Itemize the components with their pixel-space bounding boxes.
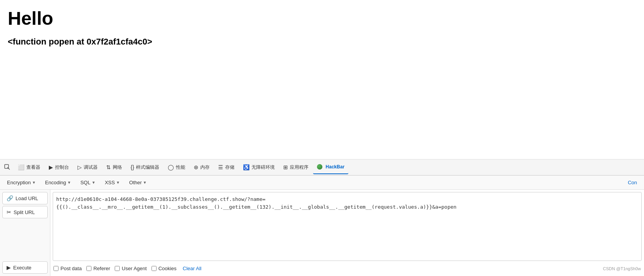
encryption-arrow-icon: ▼ bbox=[32, 180, 36, 185]
page-subtitle: <function popen at 0x7f2af1cfa4c0> bbox=[8, 37, 636, 47]
tab-network[interactable]: ⇅ 网络 bbox=[102, 160, 126, 174]
tab-memory[interactable]: ⊛ 内存 bbox=[190, 160, 214, 174]
style-editor-icon: {} bbox=[131, 164, 134, 170]
post-data-checkbox-label[interactable]: Post data bbox=[53, 266, 82, 271]
menu-sql[interactable]: SQL ▼ bbox=[76, 178, 99, 187]
app-icon: ⊞ bbox=[283, 164, 288, 170]
sql-arrow-icon: ▼ bbox=[91, 180, 95, 185]
cookies-checkbox-label[interactable]: Cookies bbox=[152, 266, 177, 271]
execute-button[interactable]: ▶ Execute bbox=[2, 261, 48, 274]
xss-arrow-icon: ▼ bbox=[116, 180, 120, 185]
main-content: Hello <function popen at 0x7f2af1cfa4c0> bbox=[0, 0, 644, 163]
hackbar-sidebar: 🔗 Load URL ✂ Split URL ▶ Execute bbox=[0, 190, 50, 276]
con-label: Con bbox=[624, 178, 641, 187]
cookies-checkbox[interactable] bbox=[152, 266, 157, 271]
hackbar-bottom: Post data Referer User Agent Cookies Cle… bbox=[53, 263, 642, 274]
menu-encryption[interactable]: Encryption ▼ bbox=[3, 178, 40, 187]
tab-performance[interactable]: ◯ 性能 bbox=[164, 160, 189, 174]
user-agent-checkbox[interactable] bbox=[115, 266, 120, 271]
menu-other[interactable]: Other ▼ bbox=[125, 178, 150, 187]
storage-icon: ☰ bbox=[218, 164, 223, 170]
tab-inspector[interactable]: ⬜ 查看器 bbox=[14, 160, 44, 174]
tab-app[interactable]: ⊞ 应用程序 bbox=[279, 160, 312, 174]
tab-hackbar[interactable]: HackBar bbox=[313, 160, 348, 174]
devtools-toolbar: ⬜ 查看器 ▶ 控制台 ▷ 调试器 ⇅ 网络 {} 样式编辑器 ◯ 性能 ⊛ 内… bbox=[0, 159, 644, 175]
memory-icon: ⊛ bbox=[194, 164, 198, 170]
referer-checkbox[interactable] bbox=[86, 266, 91, 271]
split-url-icon: ✂ bbox=[7, 209, 11, 215]
hackbar-body: 🔗 Load URL ✂ Split URL ▶ Execute Post da… bbox=[0, 190, 644, 276]
inspect-button[interactable] bbox=[2, 161, 13, 173]
tab-style-editor[interactable]: {} 样式编辑器 bbox=[127, 160, 163, 174]
load-url-button[interactable]: 🔗 Load URL bbox=[2, 192, 48, 204]
page-title: Hello bbox=[8, 8, 636, 29]
debugger-icon: ▷ bbox=[77, 164, 82, 170]
inspector-icon: ⬜ bbox=[18, 164, 24, 170]
accessibility-icon: ♿ bbox=[243, 164, 250, 170]
load-url-icon: 🔗 bbox=[7, 195, 13, 201]
url-input[interactable] bbox=[53, 192, 642, 261]
hackbar-dot-icon bbox=[317, 164, 322, 170]
user-agent-checkbox-label[interactable]: User Agent bbox=[115, 266, 146, 271]
encoding-arrow-icon: ▼ bbox=[67, 180, 71, 185]
network-icon: ⇅ bbox=[106, 164, 111, 170]
hackbar-section: Encryption ▼ Encoding ▼ SQL ▼ XSS ▼ Othe… bbox=[0, 175, 644, 276]
performance-icon: ◯ bbox=[168, 164, 174, 170]
post-data-checkbox[interactable] bbox=[53, 266, 59, 271]
execute-icon: ▶ bbox=[7, 264, 11, 271]
clear-all-button[interactable]: Clear All bbox=[181, 265, 203, 272]
split-url-button[interactable]: ✂ Split URL bbox=[2, 206, 48, 218]
other-arrow-icon: ▼ bbox=[143, 180, 147, 185]
tab-console[interactable]: ▶ 控制台 bbox=[45, 160, 73, 174]
tab-accessibility[interactable]: ♿ 无障碍环境 bbox=[239, 160, 279, 174]
menu-encoding[interactable]: Encoding ▼ bbox=[41, 178, 75, 187]
tab-storage[interactable]: ☰ 存储 bbox=[214, 160, 238, 174]
referer-checkbox-label[interactable]: Referer bbox=[86, 266, 110, 271]
tab-debugger[interactable]: ▷ 调试器 bbox=[74, 160, 102, 174]
hackbar-menu: Encryption ▼ Encoding ▼ SQL ▼ XSS ▼ Othe… bbox=[0, 176, 644, 190]
menu-xss[interactable]: XSS ▼ bbox=[101, 178, 124, 187]
csdn-watermark: CSDN @T1ngSh0w bbox=[603, 266, 641, 271]
hackbar-content: Post data Referer User Agent Cookies Cle… bbox=[50, 190, 644, 276]
console-icon: ▶ bbox=[49, 164, 53, 170]
